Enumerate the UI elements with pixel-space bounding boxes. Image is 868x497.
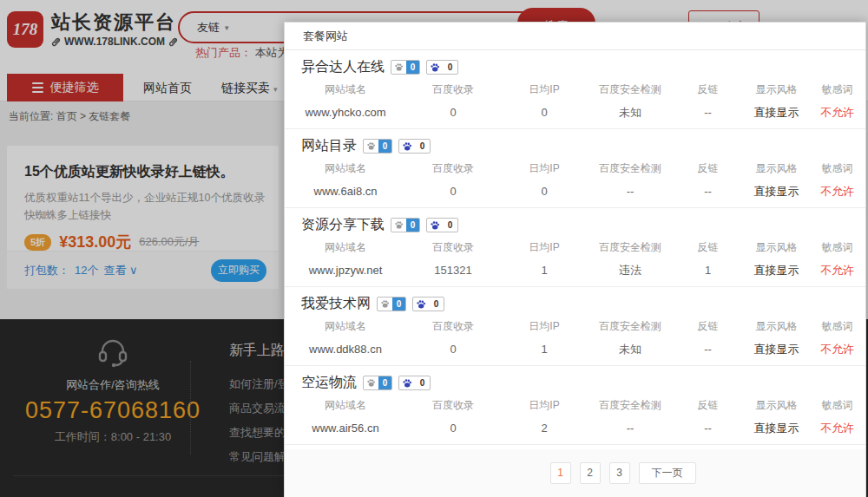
site-name: 资源分享下载 xyxy=(301,216,385,234)
weight-value: 0 xyxy=(378,376,391,390)
paw-icon xyxy=(378,299,392,309)
cell-backlinks: -- xyxy=(672,101,744,124)
baidu-pc-weight-badge: 0 xyxy=(391,218,420,232)
col-header: 显示风格 xyxy=(744,79,809,101)
site-table: 网站域名百度收录日均IP百度安全检测反链显示风格敏感词 www.yhcko.co… xyxy=(285,79,865,124)
site-name: 异合达人在线 xyxy=(301,58,385,76)
col-header: 百度收录 xyxy=(406,158,500,180)
site-section-header: 空运物流 0 0 xyxy=(285,371,865,395)
baidu-mobile-weight-badge: 0 xyxy=(426,218,458,232)
weight-value: 0 xyxy=(378,139,391,154)
col-header: 百度安全检测 xyxy=(589,237,672,258)
col-header: 日均IP xyxy=(500,395,589,416)
cell-sensitive-words: 不允许 xyxy=(809,337,865,361)
weight-value: 0 xyxy=(406,218,419,232)
cell-domain: www.air56.cn xyxy=(285,416,406,440)
col-header: 敏感词 xyxy=(809,237,865,258)
col-header: 网站域名 xyxy=(285,237,406,258)
page-button-1[interactable]: 1 xyxy=(550,462,571,484)
col-header: 百度安全检测 xyxy=(589,158,672,180)
cell-domain: www.jpzyw.net xyxy=(285,258,406,282)
modal-title: 套餐网站 xyxy=(285,23,865,50)
cell-daily-ip: 1 xyxy=(500,337,589,361)
cell-display-style: 直接显示 xyxy=(744,416,809,440)
cell-baidu-index: 0 xyxy=(406,416,500,440)
col-header: 敏感词 xyxy=(809,316,865,337)
cell-daily-ip: 0 xyxy=(500,180,589,203)
col-header: 反链 xyxy=(672,316,744,337)
site-table: 网站域名百度收录日均IP百度安全检测反链显示风格敏感词 www.6ai8.cn0… xyxy=(285,158,865,203)
col-header: 百度收录 xyxy=(406,237,500,258)
package-sites-modal: 套餐网站 异合达人在线 0 0 网站域名百度收录日均IP百度安全检测反链显示风格… xyxy=(284,22,866,497)
col-header: 日均IP xyxy=(500,158,589,180)
cell-display-style: 直接显示 xyxy=(744,180,809,203)
col-header: 网站域名 xyxy=(285,79,406,101)
cell-sensitive-words: 不允许 xyxy=(809,180,865,203)
cell-safety: 未知 xyxy=(589,101,672,124)
cell-daily-ip: 2 xyxy=(500,416,589,440)
cell-sensitive-words: 不允许 xyxy=(809,258,865,282)
weight-value: 0 xyxy=(392,297,405,311)
col-header: 日均IP xyxy=(500,237,589,258)
baidu-pc-weight-badge: 0 xyxy=(363,139,392,154)
baidu-mobile-weight-badge: 0 xyxy=(398,376,431,390)
col-header: 百度安全检测 xyxy=(589,316,672,337)
col-header: 网站域名 xyxy=(285,316,406,337)
paw-icon xyxy=(413,299,429,310)
weight-value: 0 xyxy=(406,60,419,75)
col-header: 日均IP xyxy=(500,79,589,101)
baidu-pc-weight-badge: 0 xyxy=(363,376,392,390)
cell-sensitive-words: 不允许 xyxy=(809,101,865,124)
col-header: 百度收录 xyxy=(406,79,500,101)
weight-value: 0 xyxy=(415,139,430,154)
col-header: 百度安全检测 xyxy=(589,79,672,101)
cell-baidu-index: 0 xyxy=(406,337,500,361)
col-header: 反链 xyxy=(672,79,744,101)
paw-icon xyxy=(391,220,406,230)
col-header: 显示风格 xyxy=(744,395,809,416)
col-header: 百度收录 xyxy=(406,395,500,416)
cell-daily-ip: 0 xyxy=(500,101,589,124)
page-button-3[interactable]: 3 xyxy=(609,462,630,484)
site-name: 空运物流 xyxy=(301,374,357,392)
pagination: 1 2 3 下一页 xyxy=(285,449,865,497)
cell-domain: www.6ai8.cn xyxy=(285,180,406,203)
col-header: 敏感词 xyxy=(809,79,865,101)
cell-baidu-index: 0 xyxy=(406,180,500,203)
paw-icon xyxy=(391,62,406,72)
cell-baidu-index: 0 xyxy=(406,101,500,124)
site-section-header: 网站目录 0 0 xyxy=(285,134,865,158)
next-page-button[interactable]: 下一页 xyxy=(639,462,696,484)
cell-backlinks: 1 xyxy=(672,258,744,282)
cell-backlinks: -- xyxy=(672,337,744,361)
site-section-header: 资源分享下载 0 0 xyxy=(285,213,865,237)
col-header: 反链 xyxy=(672,158,744,180)
paw-icon xyxy=(364,378,378,388)
page-root: 178 站长资源平台 WWW.178LINK.COM 友链 ▾ 搜索 热门产品：… xyxy=(0,0,868,497)
site-section: 空运物流 0 0 网站域名百度收录日均IP百度安全检测反链显示风格敏感词 www… xyxy=(285,366,865,445)
cell-backlinks: -- xyxy=(672,180,744,203)
site-name: 网站目录 xyxy=(301,137,357,155)
paw-icon xyxy=(399,141,415,152)
col-header: 显示风格 xyxy=(744,316,809,337)
site-section: 资源分享下载 0 0 网站域名百度收录日均IP百度安全检测反链显示风格敏感词 w… xyxy=(285,208,865,287)
paw-icon xyxy=(427,62,443,73)
col-header: 网站域名 xyxy=(285,158,406,180)
cell-baidu-index: 151321 xyxy=(406,258,500,282)
cell-safety: 未知 xyxy=(589,337,672,361)
col-header: 敏感词 xyxy=(809,158,865,180)
site-table: 网站域名百度收录日均IP百度安全检测反链显示风格敏感词 www.jpzyw.ne… xyxy=(285,237,865,282)
col-header: 反链 xyxy=(672,395,744,416)
site-table: 网站域名百度收录日均IP百度安全检测反链显示风格敏感词 www.ddk88.cn… xyxy=(285,316,865,361)
cell-safety: 违法 xyxy=(589,258,672,282)
col-header: 敏感词 xyxy=(809,395,865,416)
cell-backlinks: -- xyxy=(672,416,744,440)
baidu-mobile-weight-badge: 0 xyxy=(426,60,458,75)
baidu-mobile-weight-badge: 0 xyxy=(412,297,444,311)
page-button-2[interactable]: 2 xyxy=(580,462,601,484)
col-header: 百度安全检测 xyxy=(589,395,672,416)
cell-safety: -- xyxy=(589,416,672,440)
cell-sensitive-words: 不允许 xyxy=(809,416,865,440)
baidu-pc-weight-badge: 0 xyxy=(391,60,420,75)
col-header: 显示风格 xyxy=(744,237,809,258)
